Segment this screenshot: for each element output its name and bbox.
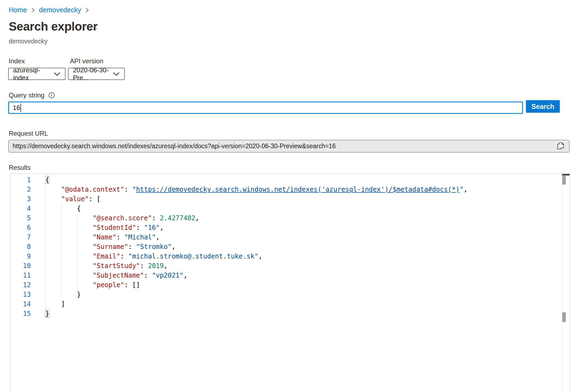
code-line[interactable]: 10 "StartStudy": 2019, [11, 261, 570, 271]
api-version-dropdown[interactable]: 2020-06-30-Pre... [68, 68, 125, 80]
line-number[interactable]: 7 [11, 233, 45, 241]
query-string-label: Query string [9, 91, 45, 99]
query-input-value: 16 [13, 104, 20, 112]
code-text: { [45, 176, 49, 184]
code-text: } [45, 310, 49, 317]
code-text: "StudentId": "16", [45, 224, 164, 231]
info-icon[interactable] [48, 92, 55, 99]
request-url-value: https://demovedecky.search.windows.net/i… [13, 142, 556, 150]
code-line[interactable]: 4 { [11, 204, 570, 213]
code-line[interactable]: 1{ [11, 175, 570, 185]
line-number[interactable]: 13 [11, 291, 45, 298]
code-text: "people": [] [45, 281, 140, 289]
code-line[interactable]: 13 } [11, 290, 570, 299]
code-text: "StartStudy": 2019, [45, 262, 168, 270]
line-number[interactable]: 5 [11, 214, 45, 222]
line-number[interactable]: 11 [11, 272, 45, 279]
line-number[interactable]: 4 [11, 205, 45, 212]
index-dropdown-value: azuresql-index [13, 66, 54, 82]
breadcrumb-home-link[interactable]: Home [9, 6, 27, 14]
copy-icon[interactable] [556, 142, 565, 151]
editor-scrollbar-thumb[interactable] [562, 312, 566, 322]
code-text: "Name": "Michal", [45, 233, 160, 241]
code-line[interactable]: 11 "SubjectName": "vp2021", [11, 271, 570, 280]
code-lines: 1{2 "@odata.context": "https://demovedec… [11, 175, 570, 318]
breadcrumb-demovedecky-link[interactable]: demovedecky [39, 6, 81, 14]
editor-scrollbar-thumb[interactable] [562, 176, 566, 185]
code-text: "SubjectName": "vp2021", [45, 272, 187, 279]
chevron-right-icon [85, 7, 89, 13]
index-dropdown[interactable]: azuresql-index [8, 68, 66, 80]
code-line[interactable]: 12 "people": [] [11, 280, 570, 290]
query-input[interactable]: 16 [8, 102, 523, 114]
line-number[interactable]: 8 [11, 243, 45, 251]
chevron-down-icon [54, 72, 61, 76]
editor-scroll-shadow [562, 174, 570, 176]
code-line[interactable]: 9 "Email": "michal.stromko@.student.tuke… [11, 251, 570, 261]
code-line[interactable]: 6 "StudentId": "16", [11, 223, 570, 232]
code-line[interactable]: 2 "@odata.context": "https://demovedecky… [11, 185, 570, 194]
code-text: "Email": "michal.stromko@.student.tuke.s… [45, 253, 262, 260]
code-text: { [45, 205, 81, 212]
line-number[interactable]: 10 [11, 262, 45, 270]
line-number[interactable]: 3 [11, 195, 45, 203]
code-line[interactable]: 14 ] [11, 299, 570, 309]
chevron-right-icon [31, 7, 35, 13]
json-url-link[interactable]: https://demovedecky.search.windows.net/i… [136, 186, 460, 193]
code-text: "value": [ [45, 195, 100, 203]
chevron-down-icon [113, 72, 120, 76]
search-button[interactable]: Search [526, 100, 560, 113]
request-url-label: Request URL [9, 130, 48, 137]
index-label: Index [9, 57, 25, 65]
code-text: "@odata.context": "https://demovedecky.s… [45, 186, 468, 193]
breadcrumb: Home demovedecky [9, 6, 89, 14]
request-url-field: https://demovedecky.search.windows.net/i… [8, 140, 570, 153]
page-subtitle: demovedecky [9, 38, 48, 45]
line-number[interactable]: 1 [11, 176, 45, 184]
text-cursor [20, 104, 21, 112]
code-line[interactable]: 15} [11, 309, 570, 318]
page-title: Search explorer [9, 20, 97, 33]
line-number[interactable]: 12 [11, 281, 45, 289]
code-line[interactable]: 3 "value": [ [11, 194, 570, 204]
code-line[interactable]: 8 "Surname": "Stromko", [11, 242, 570, 251]
api-version-dropdown-value: 2020-06-30-Pre... [73, 66, 113, 82]
results-editor[interactable]: 1{2 "@odata.context": "https://demovedec… [10, 174, 570, 392]
line-number[interactable]: 15 [11, 310, 45, 317]
line-number[interactable]: 14 [11, 300, 45, 308]
more-options-button[interactable]: ··· [90, 24, 98, 32]
code-line[interactable]: 5 "@search.score": 2.4277482, [11, 213, 570, 223]
code-text: ] [45, 300, 65, 308]
results-label: Results [9, 164, 31, 171]
line-number[interactable]: 2 [11, 186, 45, 193]
code-text: "@search.score": 2.4277482, [45, 214, 199, 222]
editor-scrollbar-track [562, 174, 562, 392]
code-line[interactable]: 7 "Name": "Michal", [11, 232, 570, 242]
api-version-label: API version [70, 57, 103, 65]
line-number[interactable]: 9 [11, 253, 45, 260]
code-text: } [45, 291, 81, 298]
code-text: "Surname": "Stromko", [45, 243, 176, 251]
line-number[interactable]: 6 [11, 224, 45, 231]
